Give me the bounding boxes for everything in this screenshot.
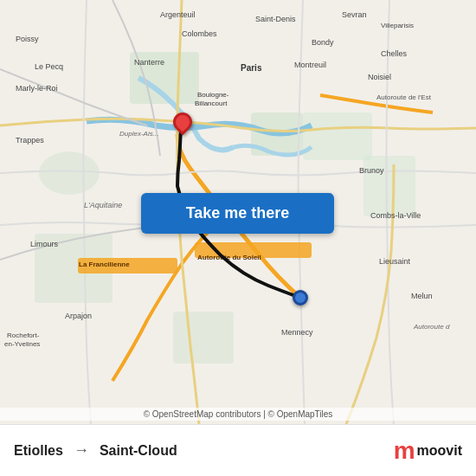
svg-rect-4	[363, 156, 415, 216]
svg-text:Combs-la-Ville: Combs-la-Ville	[370, 211, 421, 220]
from-location: Etiolles	[14, 443, 63, 459]
svg-text:Bondy: Bondy	[312, 38, 334, 47]
svg-text:Melun: Melun	[411, 292, 433, 300]
svg-text:Billancourt: Billancourt	[195, 100, 228, 107]
svg-text:Autoroute d: Autoroute d	[413, 323, 450, 331]
svg-text:Autoroute du Soleil: Autoroute du Soleil	[197, 254, 261, 261]
map-container: Poissy Argenteuil Saint-Denis Sevran Vil…	[0, 0, 476, 424]
svg-text:Autoroute de l'Est: Autoroute de l'Est	[376, 93, 432, 101]
svg-text:Le Pecq: Le Pecq	[35, 62, 63, 71]
svg-text:Marly-le-Roi: Marly-le-Roi	[16, 84, 58, 93]
svg-text:La Francilienne: La Francilienne	[79, 261, 130, 268]
footer: Etiolles → Saint-Cloud m moovit	[0, 424, 476, 476]
map-attribution: © OpenStreetMap contributors | © OpenMap…	[0, 408, 476, 421]
moovit-brand-name: moovit	[417, 443, 462, 459]
svg-text:en-Yvelines: en-Yvelines	[4, 340, 40, 348]
svg-text:Villeparisis: Villeparisis	[381, 22, 414, 29]
pin-marker	[169, 108, 196, 135]
svg-point-2	[39, 151, 100, 195]
svg-rect-3	[303, 113, 372, 160]
origin-pin	[173, 113, 192, 132]
svg-text:Mennecy: Mennecy	[281, 328, 313, 337]
destination-dot	[293, 290, 308, 306]
take-me-there-button[interactable]: Take me there	[141, 193, 334, 234]
svg-text:Sevran: Sevran	[342, 10, 367, 19]
svg-text:Argenteuil: Argenteuil	[160, 10, 196, 19]
svg-text:Limours: Limours	[30, 240, 59, 248]
svg-text:Colombes: Colombes	[182, 29, 217, 38]
svg-rect-6	[173, 312, 234, 363]
svg-text:Brunoy: Brunoy	[359, 166, 384, 175]
svg-text:Duplex-Ais...: Duplex-Ais...	[119, 130, 158, 138]
svg-text:Arpajon: Arpajon	[65, 312, 92, 320]
to-location: Saint-Cloud	[100, 443, 177, 459]
svg-text:Saint-Denis: Saint-Denis	[255, 15, 296, 23]
svg-text:Lieusaint: Lieusaint	[379, 257, 411, 266]
svg-text:Nanterre: Nanterre	[134, 58, 164, 67]
direction-arrow: →	[74, 441, 89, 460]
svg-text:Poissy: Poissy	[16, 35, 39, 43]
svg-text:Trappes: Trappes	[16, 136, 44, 145]
svg-text:Noisiel: Noisiel	[368, 73, 391, 81]
svg-text:Montreuil: Montreuil	[294, 61, 326, 69]
moovit-logo: m moovit	[394, 437, 462, 465]
svg-text:Rochefort-: Rochefort-	[7, 331, 40, 339]
moovit-letter: m	[394, 437, 415, 465]
svg-text:Paris: Paris	[241, 63, 262, 73]
svg-text:Boulogne-: Boulogne-	[197, 91, 229, 99]
svg-text:Chelles: Chelles	[381, 49, 408, 58]
svg-text:L'Aquitaine: L'Aquitaine	[84, 201, 122, 209]
